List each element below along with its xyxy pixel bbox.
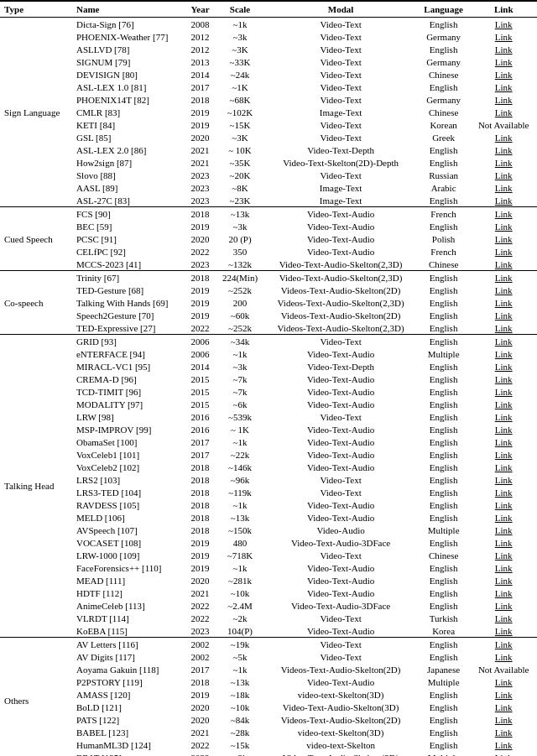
dataset-link[interactable]: Link xyxy=(470,688,537,701)
dataset-scale: 480 xyxy=(216,536,265,549)
dataset-year: 2019 xyxy=(185,309,216,321)
dataset-link[interactable]: Link xyxy=(470,574,537,587)
dataset-link: Not Available xyxy=(470,663,537,675)
dataset-year: 2019 xyxy=(185,688,216,701)
dataset-scale: ~13k xyxy=(216,511,265,524)
dataset-link[interactable]: Link xyxy=(470,143,537,156)
dataset-link[interactable]: Link xyxy=(470,335,537,348)
dataset-year: 2018 xyxy=(185,524,216,536)
dataset-link[interactable]: Link xyxy=(470,220,537,232)
dataset-name: Talking With Hands [69] xyxy=(72,296,185,309)
dataset-name: TED-Gesture [68] xyxy=(72,284,185,296)
dataset-link[interactable]: Link xyxy=(470,587,537,599)
dataset-link[interactable]: Link xyxy=(470,385,537,398)
dataset-name: MCCS-2023 [41] xyxy=(72,258,185,271)
dataset-link[interactable]: Link xyxy=(470,410,537,423)
dataset-scale: ~3k xyxy=(216,751,265,756)
dataset-year: 2020 xyxy=(185,574,216,587)
table-row: PHOENIX-Weather [77]2012~3kVideo-TextGer… xyxy=(0,30,537,43)
dataset-link[interactable]: Link xyxy=(470,498,537,511)
dataset-link[interactable]: Link xyxy=(470,599,537,612)
dataset-scale: ~252k xyxy=(216,321,265,335)
dataset-scale: ~1k xyxy=(216,663,265,675)
dataset-link[interactable]: Link xyxy=(470,726,537,738)
dataset-link[interactable]: Link xyxy=(470,169,537,181)
dataset-language: Multiple xyxy=(417,751,471,756)
dataset-year: 2019 xyxy=(185,106,216,118)
dataset-link[interactable]: Link xyxy=(470,511,537,524)
dataset-link[interactable]: Link xyxy=(470,296,537,309)
dataset-modal: Video-Text xyxy=(264,81,416,93)
dataset-year: 2018 xyxy=(185,93,216,106)
dataset-link[interactable]: Link xyxy=(470,624,537,638)
dataset-link[interactable]: Link xyxy=(470,181,537,194)
dataset-link[interactable]: Link xyxy=(470,473,537,486)
dataset-year: 2015 xyxy=(185,385,216,398)
dataset-name: VOCASET [108] xyxy=(72,536,185,549)
dataset-language: Japanese xyxy=(417,663,471,675)
dataset-language: English xyxy=(417,726,471,738)
dataset-link[interactable]: Link xyxy=(470,93,537,106)
dataset-link[interactable]: Link xyxy=(470,55,537,68)
table-row: LRW [98]2016~539kVideo-TextEnglishLink xyxy=(0,410,537,423)
dataset-link[interactable]: Link xyxy=(470,461,537,473)
dataset-name: BoLD [121] xyxy=(72,701,185,713)
dataset-language: English xyxy=(417,284,471,296)
dataset-link[interactable]: Link xyxy=(470,486,537,498)
dataset-link[interactable]: Link xyxy=(470,638,537,651)
dataset-link[interactable]: Link xyxy=(470,131,537,143)
dataset-link[interactable]: Link xyxy=(470,18,537,31)
dataset-year: 2017 xyxy=(185,435,216,448)
dataset-modal: Video-Text-Audio xyxy=(264,624,416,638)
dataset-link[interactable]: Link xyxy=(470,81,537,93)
dataset-link[interactable]: Link xyxy=(470,373,537,385)
dataset-link[interactable]: Link xyxy=(470,194,537,207)
dataset-link[interactable]: Link xyxy=(470,751,537,756)
dataset-link[interactable]: Link xyxy=(470,738,537,751)
table-row: PATS [122]2020~84kVideos-Text-Audio-Skel… xyxy=(0,713,537,726)
dataset-link[interactable]: Link xyxy=(470,675,537,688)
dataset-link[interactable]: Link xyxy=(470,549,537,561)
dataset-link[interactable]: Link xyxy=(470,271,537,284)
dataset-link[interactable]: Link xyxy=(470,448,537,461)
dataset-link[interactable]: Link xyxy=(470,258,537,271)
dataset-link[interactable]: Link xyxy=(470,309,537,321)
dataset-year: 2013 xyxy=(185,55,216,68)
dataset-link[interactable]: Link xyxy=(470,245,537,258)
dataset-link[interactable]: Link xyxy=(470,106,537,118)
dataset-name: LRS2 [103] xyxy=(72,473,185,486)
dataset-language: Germany xyxy=(417,30,471,43)
dataset-link[interactable]: Link xyxy=(470,43,537,55)
dataset-modal: Video-Text-Audio xyxy=(264,675,416,688)
dataset-language: English xyxy=(417,713,471,726)
table-row: ObamaSet [100]2017~1kVideo-Text-AudioEng… xyxy=(0,435,537,448)
dataset-link[interactable]: Link xyxy=(470,650,537,663)
dataset-link[interactable]: Link xyxy=(470,423,537,435)
dataset-link[interactable]: Link xyxy=(470,701,537,713)
dataset-link[interactable]: Link xyxy=(470,347,537,360)
dataset-link[interactable]: Link xyxy=(470,68,537,81)
dataset-scale: ~3k xyxy=(216,220,265,232)
dataset-link[interactable]: Link xyxy=(470,713,537,726)
dataset-link[interactable]: Link xyxy=(470,232,537,245)
dataset-scale: ~33K xyxy=(216,55,265,68)
dataset-link[interactable]: Link xyxy=(470,321,537,335)
dataset-link[interactable]: Link xyxy=(470,284,537,296)
table-row: SIGNUM [79]2013~33KVideo-TextGermanyLink xyxy=(0,55,537,68)
dataset-link[interactable]: Link xyxy=(470,30,537,43)
dataset-modal: Video-Text xyxy=(264,638,416,651)
dataset-year: 2016 xyxy=(185,410,216,423)
dataset-link[interactable]: Link xyxy=(470,612,537,624)
table-row: eNTERFACE [94]2006~1kVideo-Text-AudioMul… xyxy=(0,347,537,360)
dataset-link[interactable]: Link xyxy=(470,207,537,221)
dataset-link[interactable]: Link xyxy=(470,536,537,549)
dataset-link[interactable]: Link xyxy=(470,435,537,448)
dataset-link[interactable]: Link xyxy=(470,524,537,536)
dataset-link[interactable]: Link xyxy=(470,398,537,410)
dataset-link[interactable]: Link xyxy=(470,360,537,373)
dataset-modal: Video-Text-Audio xyxy=(264,561,416,574)
dataset-modal: Video-Text xyxy=(264,612,416,624)
dataset-link[interactable]: Link xyxy=(470,156,537,169)
dataset-link[interactable]: Link xyxy=(470,561,537,574)
dataset-language: English xyxy=(417,43,471,55)
